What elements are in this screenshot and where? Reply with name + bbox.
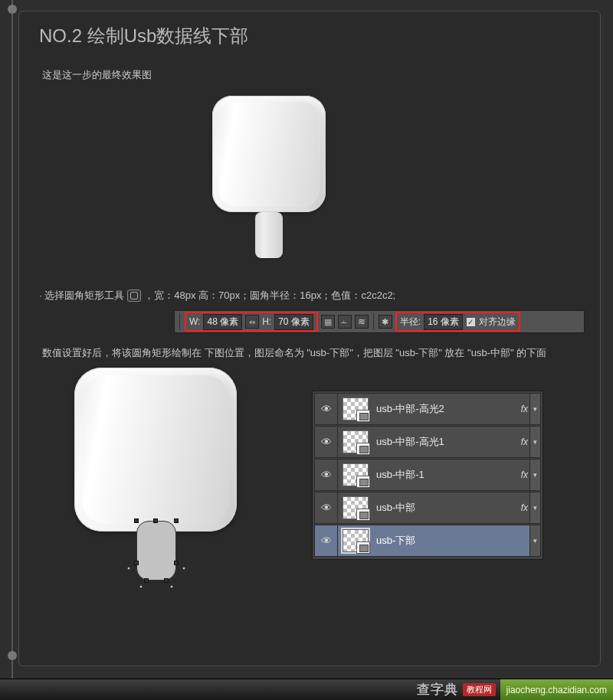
layer-visibility-icon[interactable]: 👁 (315, 492, 338, 523)
watermark-tag: 教程网 (463, 683, 496, 696)
radius-label: 半径: (400, 316, 421, 329)
layer-row[interactable]: 👁usb-中部-高光2fx▾ (314, 393, 541, 425)
watermark-site: 查字典 (412, 681, 463, 698)
size-highlight-box: W: 48 像素 H: 70 像素 (185, 312, 318, 332)
width-input[interactable]: 48 像素 (203, 314, 242, 330)
usb-stub (255, 212, 283, 258)
layout-row-2: 👁usb-中部-高光2fx▾👁usb-中部-高光1fx▾👁usb-中部-1fx▾… (36, 368, 583, 604)
usb-illustration-2 (36, 368, 312, 604)
layer-name[interactable]: usb-中部-高光2 (373, 402, 521, 416)
layer-dropdown-icon[interactable]: ▾ (529, 525, 540, 556)
width-label: W: (189, 316, 200, 327)
separator (179, 313, 180, 330)
tool-desc-prefix: · 选择圆角矩形工具 (39, 289, 124, 303)
align-edges-label: 对齐边缘 (479, 316, 516, 329)
timeline-vertical-line (11, 0, 13, 700)
usb-body-inner (218, 102, 320, 206)
align-edges-checkbox[interactable]: ✓ (466, 317, 476, 327)
layer-visibility-icon[interactable]: 👁 (315, 525, 338, 556)
align-icon[interactable] (338, 315, 352, 329)
layer-row[interactable]: 👁usb-中部-1fx▾ (314, 459, 541, 491)
layer-row[interactable]: 👁usb-中部fx▾ (314, 492, 541, 524)
timeline-dot-top (8, 5, 17, 14)
result-caption: 这是这一步的最终效果图 (42, 68, 583, 82)
height-input[interactable]: 70 像素 (274, 314, 313, 330)
ps-options-bar: W: 48 像素 H: 70 像素 半径: 16 像素 ✓ 对齐边缘 (174, 310, 585, 333)
layer-dropdown-icon[interactable]: ▾ (529, 492, 540, 523)
layer-fx-badge[interactable]: fx (521, 502, 529, 513)
layer-dropdown-icon[interactable]: ▾ (529, 427, 540, 457)
bezier-handle (182, 567, 185, 570)
usb2-stub-shape (136, 521, 176, 581)
tool-description: · 选择圆角矩形工具 ，宽：48px 高：70px；圆角半径：16px；色值：c… (39, 289, 583, 303)
layer-thumbnail[interactable] (343, 496, 369, 519)
layer-row[interactable]: 👁usb-下部▾ (314, 525, 541, 557)
watermark-url: jiaocheng.chazidian.com (500, 679, 613, 700)
bezier-handle (139, 585, 143, 588)
tutorial-card: NO.2 绘制Usb数据线下部 这是这一步的最终效果图 · 选择圆角矩形工具 ，… (18, 11, 601, 666)
layer-fx-badge[interactable]: fx (521, 404, 529, 414)
watermark-bar: 查字典 教程网 jiaocheng.chazidian.com (0, 679, 613, 700)
gear-icon[interactable] (379, 315, 392, 329)
radius-highlight-box: 半径: 16 像素 ✓ 对齐边缘 (395, 312, 520, 332)
layer-name[interactable]: usb-中部-高光1 (373, 435, 521, 449)
layers-column: 👁usb-中部-高光2fx▾👁usb-中部-高光1fx▾👁usb-中部-1fx▾… (312, 368, 583, 604)
layer-dropdown-icon[interactable]: ▾ (529, 460, 540, 490)
layer-fx-badge[interactable]: fx (521, 437, 529, 447)
usb2-body-inner (82, 375, 229, 524)
rounded-rect-tool-icon (127, 289, 141, 302)
link-wh-icon[interactable] (245, 315, 259, 329)
bezier-handle (170, 585, 173, 588)
layer-dropdown-icon[interactable]: ▾ (529, 394, 540, 424)
instruction-paragraph: 数值设置好后，将该圆角矩形绘制在 下图位置，图层命名为 "usb-下部"，把图层… (42, 344, 583, 363)
section-heading: NO.2 绘制Usb数据线下部 (36, 22, 251, 50)
layer-thumbnail[interactable] (343, 529, 369, 552)
bezier-handle (127, 567, 130, 570)
layer-visibility-icon[interactable]: 👁 (315, 394, 338, 424)
layer-row[interactable]: 👁usb-中部-高光1fx▾ (314, 426, 541, 458)
radius-input[interactable]: 16 像素 (424, 314, 463, 330)
layers-panel: 👁usb-中部-高光2fx▾👁usb-中部-高光1fx▾👁usb-中部-1fx▾… (312, 391, 543, 560)
separator (373, 313, 374, 330)
layer-thumbnail[interactable] (343, 397, 369, 420)
layer-name[interactable]: usb-下部 (373, 534, 529, 548)
layer-name[interactable]: usb-中部-1 (373, 468, 521, 482)
shape-mode-icon[interactable] (321, 315, 335, 329)
layer-name[interactable]: usb-中部 (373, 501, 521, 515)
timeline-dot-bottom (8, 651, 17, 660)
tool-desc-suffix: ，宽：48px 高：70px；圆角半径：16px；色值：c2c2c2; (144, 289, 395, 303)
height-label: H: (262, 316, 271, 327)
arrange-icon[interactable] (355, 315, 369, 329)
layer-visibility-icon[interactable]: 👁 (315, 427, 338, 457)
usb-illustration-1 (36, 90, 583, 283)
layer-thumbnail[interactable] (343, 430, 369, 453)
layer-visibility-icon[interactable]: 👁 (315, 460, 338, 490)
layer-thumbnail[interactable] (343, 463, 369, 486)
layer-fx-badge[interactable]: fx (521, 469, 529, 480)
